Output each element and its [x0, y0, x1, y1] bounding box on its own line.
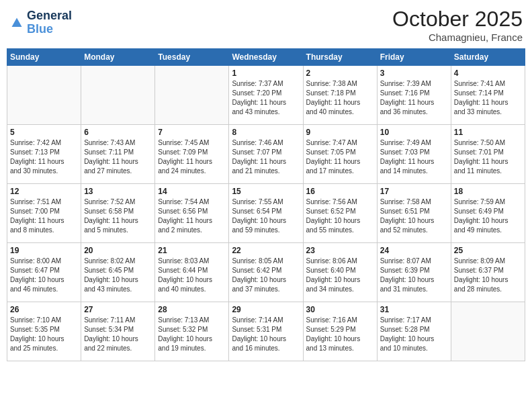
day-number: 26: [10, 305, 78, 314]
calendar-cell: 14Sunrise: 7:54 AM Sunset: 6:56 PM Dayli…: [155, 184, 229, 243]
calendar-cell: 27Sunrise: 7:11 AM Sunset: 5:34 PM Dayli…: [81, 302, 155, 361]
day-info: Sunrise: 7:37 AM Sunset: 7:20 PM Dayligh…: [232, 79, 300, 117]
day-info: Sunrise: 7:50 AM Sunset: 7:01 PM Dayligh…: [454, 138, 522, 176]
weekday-header: Friday: [377, 49, 451, 66]
day-number: 16: [306, 187, 374, 196]
day-info: Sunrise: 8:05 AM Sunset: 6:42 PM Dayligh…: [232, 257, 300, 294]
calendar-header-row: SundayMondayTuesdayWednesdayThursdayFrid…: [7, 49, 525, 66]
month-title: October 2025: [392, 7, 523, 32]
logo-text: General Blue: [27, 9, 72, 36]
day-number: 20: [84, 246, 152, 255]
day-number: 15: [232, 187, 300, 196]
day-number: 5: [10, 128, 78, 137]
day-info: Sunrise: 7:47 AM Sunset: 7:05 PM Dayligh…: [306, 138, 374, 176]
day-info: Sunrise: 7:10 AM Sunset: 5:35 PM Dayligh…: [10, 316, 78, 353]
day-number: 2: [306, 68, 374, 78]
calendar-cell: [81, 66, 155, 125]
day-info: Sunrise: 7:38 AM Sunset: 7:18 PM Dayligh…: [306, 79, 374, 117]
title-block: October 2025 Chamagnieu, France: [392, 7, 523, 43]
day-number: 21: [158, 246, 226, 255]
weekday-header: Monday: [81, 49, 155, 66]
day-number: 13: [84, 187, 152, 196]
day-info: Sunrise: 8:00 AM Sunset: 6:47 PM Dayligh…: [10, 257, 78, 294]
day-number: 30: [306, 305, 374, 314]
calendar-cell: 16Sunrise: 7:56 AM Sunset: 6:52 PM Dayli…: [303, 184, 377, 243]
calendar-table: SundayMondayTuesdayWednesdayThursdayFrid…: [7, 48, 525, 361]
day-info: Sunrise: 8:09 AM Sunset: 6:37 PM Dayligh…: [454, 257, 522, 294]
day-info: Sunrise: 8:03 AM Sunset: 6:44 PM Dayligh…: [158, 257, 226, 294]
day-info: Sunrise: 8:07 AM Sunset: 6:39 PM Dayligh…: [380, 257, 448, 294]
day-info: Sunrise: 7:46 AM Sunset: 7:07 PM Dayligh…: [232, 138, 300, 176]
day-number: 22: [232, 246, 300, 255]
day-number: 7: [158, 128, 226, 137]
day-number: 8: [232, 128, 300, 137]
day-info: Sunrise: 7:51 AM Sunset: 7:00 PM Dayligh…: [10, 197, 78, 235]
day-number: 17: [380, 187, 448, 196]
calendar-week-row: 1Sunrise: 7:37 AM Sunset: 7:20 PM Daylig…: [7, 66, 525, 125]
calendar-cell: [155, 66, 229, 125]
calendar-cell: 3Sunrise: 7:39 AM Sunset: 7:16 PM Daylig…: [377, 66, 451, 125]
calendar-cell: 9Sunrise: 7:47 AM Sunset: 7:05 PM Daylig…: [303, 125, 377, 184]
svg-marker-0: [12, 17, 22, 27]
day-info: Sunrise: 8:06 AM Sunset: 6:40 PM Dayligh…: [306, 257, 374, 294]
page-header: General Blue October 2025 Chamagnieu, Fr…: [7, 7, 525, 43]
day-number: 4: [454, 68, 522, 78]
weekday-header: Tuesday: [155, 49, 229, 66]
day-number: 1: [232, 68, 300, 78]
day-number: 10: [380, 128, 448, 137]
calendar-cell: 25Sunrise: 8:09 AM Sunset: 6:37 PM Dayli…: [451, 243, 525, 302]
day-number: 23: [306, 246, 374, 255]
calendar-week-row: 19Sunrise: 8:00 AM Sunset: 6:47 PM Dayli…: [7, 243, 525, 302]
calendar-week-row: 5Sunrise: 7:42 AM Sunset: 7:13 PM Daylig…: [7, 125, 525, 184]
day-number: 29: [232, 305, 300, 314]
calendar-cell: 29Sunrise: 7:14 AM Sunset: 5:31 PM Dayli…: [229, 302, 303, 361]
day-info: Sunrise: 7:43 AM Sunset: 7:11 PM Dayligh…: [84, 138, 152, 176]
calendar-cell: 7Sunrise: 7:45 AM Sunset: 7:09 PM Daylig…: [155, 125, 229, 184]
day-info: Sunrise: 7:39 AM Sunset: 7:16 PM Dayligh…: [380, 79, 448, 117]
logo: General Blue: [9, 9, 72, 36]
day-info: Sunrise: 7:49 AM Sunset: 7:03 PM Dayligh…: [380, 138, 448, 176]
calendar-cell: 10Sunrise: 7:49 AM Sunset: 7:03 PM Dayli…: [377, 125, 451, 184]
day-info: Sunrise: 7:54 AM Sunset: 6:56 PM Dayligh…: [158, 197, 226, 235]
calendar-cell: 15Sunrise: 7:55 AM Sunset: 6:54 PM Dayli…: [229, 184, 303, 243]
calendar-cell: 6Sunrise: 7:43 AM Sunset: 7:11 PM Daylig…: [81, 125, 155, 184]
calendar-cell: 30Sunrise: 7:16 AM Sunset: 5:29 PM Dayli…: [303, 302, 377, 361]
weekday-header: Wednesday: [229, 49, 303, 66]
day-number: 14: [158, 187, 226, 196]
calendar-cell: 12Sunrise: 7:51 AM Sunset: 7:00 PM Dayli…: [7, 184, 81, 243]
day-info: Sunrise: 7:52 AM Sunset: 6:58 PM Dayligh…: [84, 197, 152, 235]
day-info: Sunrise: 7:58 AM Sunset: 6:51 PM Dayligh…: [380, 197, 448, 235]
day-number: 18: [454, 187, 522, 196]
calendar-cell: 17Sunrise: 7:58 AM Sunset: 6:51 PM Dayli…: [377, 184, 451, 243]
day-number: 11: [454, 128, 522, 137]
day-info: Sunrise: 7:45 AM Sunset: 7:09 PM Dayligh…: [158, 138, 226, 176]
day-number: 19: [10, 246, 78, 255]
day-number: 6: [84, 128, 152, 137]
calendar-cell: 22Sunrise: 8:05 AM Sunset: 6:42 PM Dayli…: [229, 243, 303, 302]
calendar-cell: 21Sunrise: 8:03 AM Sunset: 6:44 PM Dayli…: [155, 243, 229, 302]
day-info: Sunrise: 7:55 AM Sunset: 6:54 PM Dayligh…: [232, 197, 300, 235]
calendar-cell: 4Sunrise: 7:41 AM Sunset: 7:14 PM Daylig…: [451, 66, 525, 125]
day-number: 31: [380, 305, 448, 314]
calendar-cell: 1Sunrise: 7:37 AM Sunset: 7:20 PM Daylig…: [229, 66, 303, 125]
day-number: 9: [306, 128, 374, 137]
calendar-cell: 5Sunrise: 7:42 AM Sunset: 7:13 PM Daylig…: [7, 125, 81, 184]
location: Chamagnieu, France: [392, 32, 523, 43]
day-info: Sunrise: 7:11 AM Sunset: 5:34 PM Dayligh…: [84, 316, 152, 353]
day-number: 3: [380, 68, 448, 78]
day-info: Sunrise: 7:59 AM Sunset: 6:49 PM Dayligh…: [454, 197, 522, 235]
calendar-cell: 11Sunrise: 7:50 AM Sunset: 7:01 PM Dayli…: [451, 125, 525, 184]
calendar-week-row: 12Sunrise: 7:51 AM Sunset: 7:00 PM Dayli…: [7, 184, 525, 243]
day-info: Sunrise: 7:14 AM Sunset: 5:31 PM Dayligh…: [232, 316, 300, 353]
calendar-cell: 26Sunrise: 7:10 AM Sunset: 5:35 PM Dayli…: [7, 302, 81, 361]
day-number: 25: [454, 246, 522, 255]
weekday-header: Thursday: [303, 49, 377, 66]
day-info: Sunrise: 7:17 AM Sunset: 5:28 PM Dayligh…: [380, 316, 448, 353]
calendar-cell: 24Sunrise: 8:07 AM Sunset: 6:39 PM Dayli…: [377, 243, 451, 302]
day-number: 24: [380, 246, 448, 255]
day-info: Sunrise: 7:16 AM Sunset: 5:29 PM Dayligh…: [306, 316, 374, 353]
calendar-cell: 31Sunrise: 7:17 AM Sunset: 5:28 PM Dayli…: [377, 302, 451, 361]
day-number: 27: [84, 305, 152, 314]
day-info: Sunrise: 7:13 AM Sunset: 5:32 PM Dayligh…: [158, 316, 226, 353]
calendar-cell: 13Sunrise: 7:52 AM Sunset: 6:58 PM Dayli…: [81, 184, 155, 243]
